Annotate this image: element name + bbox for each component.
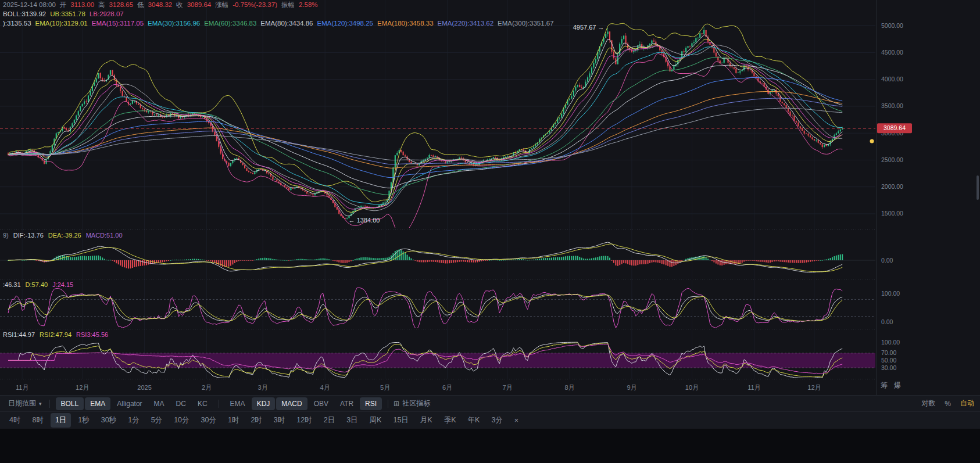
timeframe-tab[interactable]: 10分 (169, 413, 194, 428)
indicator-button[interactable]: BOLL (56, 397, 84, 410)
timeframe-tab[interactable]: × (510, 414, 523, 427)
svg-text:6月: 6月 (442, 384, 452, 391)
scale-control-button[interactable]: 自动 (960, 399, 974, 408)
indicator-button[interactable]: EMA (85, 397, 110, 410)
svg-text:30.00: 30.00 (881, 364, 896, 371)
price-marker-dot (870, 139, 874, 143)
toolbar-separator (219, 400, 219, 408)
scale-control-button[interactable]: 对数 (921, 399, 935, 408)
indicator-button[interactable]: DC (171, 397, 191, 410)
toolbar-separator (388, 400, 388, 408)
timeframe-tab[interactable]: 15日 (388, 413, 413, 428)
svg-text:12月: 12月 (76, 384, 89, 391)
community-indicators-button[interactable]: ⊞ 社区指标 (394, 399, 430, 408)
indicator-button[interactable]: EMA (225, 397, 251, 410)
timeframe-tab[interactable]: 3日 (342, 413, 362, 428)
date-range-dropdown[interactable]: 日期范围 ▾ (6, 399, 44, 408)
scale-controls: 对数%自动 (921, 399, 974, 408)
kdj-value: :46.31 (3, 281, 21, 288)
timeframe-tab[interactable]: 5分 (146, 413, 167, 428)
date-range-label: 日期范围 (8, 399, 36, 408)
ema-value: EMA(80):3434.86 (260, 20, 313, 27)
timeframe-tab[interactable]: 1日 (51, 413, 71, 428)
ema-value: ):3135.53 (3, 20, 31, 27)
ohlc-row: 2025-12-14 08:00开3113.00高3128.65低3048.32… (3, 1, 554, 9)
timeframe-tab[interactable]: 4时 (5, 413, 25, 428)
svg-text:4000.00: 4000.00 (881, 76, 903, 82)
ohlc-value: 低 (137, 1, 144, 9)
indicator-button[interactable]: Alligator (112, 397, 147, 410)
svg-text:1500.00: 1500.00 (881, 210, 903, 217)
scrollbar-thumb[interactable] (977, 175, 979, 200)
macd-value: MACD:51.00 (86, 232, 123, 239)
boll-value: UB:3351.78 (50, 10, 85, 18)
timeframe-tab[interactable]: 30分 (196, 413, 221, 428)
svg-text:2月: 2月 (202, 384, 212, 391)
ema-value: EMA(300):3351.67 (498, 20, 554, 27)
timeframe-tab[interactable]: 月K (416, 413, 437, 428)
timeframe-tab[interactable]: 30秒 (96, 413, 121, 428)
indicator-button[interactable]: KDJ (252, 397, 276, 410)
timeframe-tab[interactable]: 季K (439, 413, 461, 428)
ohlc-value: 高 (98, 1, 105, 9)
price-axis[interactable]: 5000.004500.004000.003500.003000.002500.… (881, 22, 903, 371)
ohlc-value: 3113.00 (70, 1, 94, 9)
svg-text:5000.00: 5000.00 (881, 22, 903, 29)
ema-values-row: ):3135.53EMA(10):3129.01EMA(15):3117.05E… (3, 20, 554, 27)
timeframe-tab[interactable]: 2时 (246, 413, 266, 428)
ohlc-value: 3128.65 (109, 1, 134, 9)
timeframe-tab[interactable]: 12时 (292, 413, 316, 428)
timeframe-tab[interactable]: 周K (365, 413, 387, 428)
ohlc-value: -0.75%(-23.37) (233, 1, 277, 9)
ema-value: EMA(15):3117.05 (92, 20, 144, 27)
ema-value: EMA(180):3458.33 (377, 20, 434, 27)
indicator-button[interactable]: MACD (276, 397, 307, 410)
ohlc-value: 涨幅 (215, 1, 228, 9)
candlesticks (8, 27, 843, 220)
svg-text:5月: 5月 (380, 384, 390, 391)
timeframe-tabs: 4时8时1日1秒30秒1分5分10分30分1时2时3时12时2日3日周K15日月… (3, 413, 524, 428)
ema-value: EMA(10):3129.01 (35, 20, 88, 27)
svg-text:8月: 8月 (564, 384, 574, 391)
svg-text:3500.00: 3500.00 (881, 102, 903, 109)
timeframe-tab[interactable]: 3时 (269, 413, 289, 428)
kdj-value: D:57.40 (26, 281, 48, 288)
toolbar-separator (49, 400, 50, 408)
price-chart-canvas[interactable]: 5000.004500.004000.003500.003000.002500.… (0, 0, 980, 395)
indicator-button[interactable]: KC (192, 397, 213, 410)
axis-tool-button[interactable]: 筹 (881, 381, 888, 390)
ema-value: EMA(120):3498.25 (317, 20, 373, 27)
rsi-value: RSI2:47.94 (40, 331, 71, 338)
kdj-panel (8, 288, 842, 329)
timeframe-tab[interactable]: 2日 (319, 413, 339, 428)
indicator-button[interactable]: ATR (335, 397, 359, 410)
boll-value: LB:2928.07 (90, 10, 124, 18)
timeframe-bar: 4时8时1日1秒30秒1分5分10分30分1时2时3时12时2日3日周K15日月… (0, 411, 980, 429)
community-indicators-icon: ⊞ (394, 400, 399, 408)
indicator-button[interactable]: OBV (309, 397, 334, 410)
svg-text:0.00: 0.00 (881, 257, 893, 264)
axis-tool-button[interactable]: 爆 (894, 381, 901, 390)
indicator-button[interactable]: MA (149, 397, 170, 410)
rsi-value: RSI1:44.97 (3, 331, 35, 338)
scale-control-button[interactable]: % (945, 400, 951, 408)
timeframe-tab[interactable]: 1秒 (73, 413, 94, 428)
overlay-lines (8, 23, 842, 234)
ema-value: EMA(60):3346.83 (204, 20, 256, 27)
macd-value: DIF:-13.76 (13, 232, 44, 239)
svg-text:4月: 4月 (320, 384, 330, 391)
timeframe-tab[interactable]: 1时 (223, 413, 244, 428)
last-price-badge: 3089.64 (877, 123, 912, 133)
overlay-indicator-buttons: BOLLEMAAlligatorMADCKC (55, 397, 213, 410)
timeframe-tab[interactable]: 年K (463, 413, 485, 428)
svg-text:2025: 2025 (137, 384, 151, 391)
indicator-button[interactable]: RSI (360, 397, 382, 410)
boll-value: BOLL:3139.92 (3, 10, 46, 18)
svg-text:2000.00: 2000.00 (881, 183, 903, 190)
timeframe-tab[interactable]: 3分 (487, 413, 507, 428)
timeframe-tab[interactable]: 8时 (27, 413, 48, 428)
boll-values-row: BOLL:3139.92UB:3351.78LB:2928.07 (3, 10, 554, 18)
time-axis[interactable]: 11月12月20252月3月4月5月6月7月8月9月10月11月12月 (16, 384, 821, 391)
timeframe-tab[interactable]: 1分 (123, 413, 144, 428)
oscillator-indicator-buttons: EMAKDJMACDOBVATRRSI (224, 397, 383, 410)
